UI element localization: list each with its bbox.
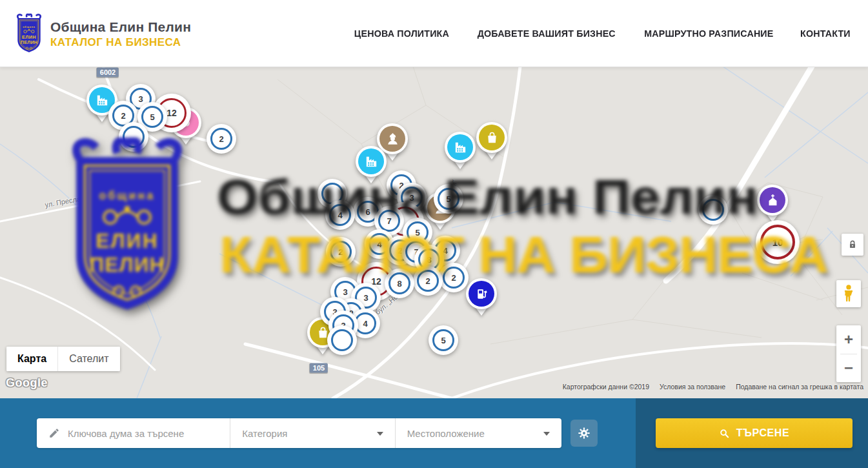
markers-layer: 321252235647542427822128338343510 (0, 66, 868, 398)
site-title: Община Елин Пелин (50, 19, 191, 35)
cluster-count: 5 (438, 188, 459, 210)
bag-icon (485, 130, 500, 145)
map-cluster[interactable] (327, 325, 357, 355)
map-type-map-button[interactable]: Карта (6, 347, 57, 371)
cluster-count: 2 (330, 241, 352, 263)
zoom-control: + − (836, 325, 861, 382)
location-select[interactable]: Местоположение (396, 418, 561, 448)
cluster-count (331, 329, 353, 351)
chevron-down-icon (377, 432, 383, 439)
map-pin-factory[interactable] (443, 132, 477, 173)
map-pin-fuel[interactable] (465, 278, 498, 320)
map-cluster[interactable]: 2 (207, 124, 236, 154)
cluster-count: 8 (389, 272, 410, 294)
factory-icon (453, 140, 468, 155)
main-nav: ЦЕНОВА ПОЛИТИКАДОБАВЕТЕ ВАШИЯТ БИЗНЕСМАР… (352, 0, 852, 66)
search-button-label: ТЪРСЕНЕ (736, 427, 790, 439)
gear-icon (577, 426, 591, 440)
pencil-icon (48, 427, 60, 439)
factory-icon (95, 93, 110, 108)
cluster-count: 2 (443, 267, 465, 289)
cluster-count: 4 (329, 204, 351, 226)
map-type-control: Карта Сателит (6, 347, 120, 371)
pin-head (476, 122, 507, 153)
map-cluster[interactable]: 5 (434, 184, 463, 214)
nav-item-3[interactable]: КОНТАКТИ (800, 28, 851, 39)
keyword-section (37, 418, 230, 448)
map-attribution: Картографски данни ©2019Условия за ползв… (563, 383, 863, 391)
site-subtitle: КАТАЛОГ НА БИЗНЕСА (50, 36, 191, 49)
worker-icon (385, 132, 400, 147)
chevron-down-icon (543, 432, 550, 439)
zoom-in-button[interactable]: + (836, 325, 861, 354)
search-input-group: Категория Местоположение (37, 418, 561, 448)
lock-icon (847, 239, 858, 250)
cluster-count: 2 (417, 270, 439, 292)
map-cluster[interactable]: 8 (385, 269, 414, 298)
category-select-label: Категория (242, 428, 287, 439)
map-cluster[interactable] (119, 122, 148, 152)
fuel-icon (474, 287, 489, 301)
header: Община Елин Пелин КАТАЛОГ НА БИЗНЕСА ЦЕН… (0, 0, 868, 67)
zoom-out-button[interactable]: − (836, 354, 861, 383)
map-pin-church[interactable] (756, 185, 789, 226)
search-icon (719, 428, 730, 439)
cluster-count: 7 (378, 210, 400, 232)
map-canvas[interactable]: 6002105 ул. Преславбул. „Новоселщи" 3212… (0, 66, 868, 398)
map-cluster[interactable]: 2 (439, 263, 469, 292)
location-select-label: Местоположение (407, 428, 485, 439)
pegman-icon (842, 284, 856, 303)
map-cluster[interactable] (698, 195, 728, 225)
pin-head (757, 185, 788, 216)
cluster-count: 2 (210, 128, 232, 150)
pegman-streetview-button[interactable] (836, 280, 861, 307)
map-cluster[interactable]: 5 (429, 325, 458, 355)
map-type-satellite-button[interactable]: Сателит (57, 347, 119, 371)
map-pin-bag[interactable] (475, 122, 509, 163)
lock-button[interactable] (842, 234, 863, 256)
attribution-item-0: Картографски данни ©2019 (563, 383, 649, 391)
map-cluster[interactable]: 4 (325, 200, 355, 230)
pin-head (466, 278, 497, 309)
map-pin-factory[interactable] (354, 146, 388, 187)
map-cluster[interactable]: 2 (326, 237, 356, 267)
factory-icon (364, 154, 379, 169)
category-select[interactable]: Категория (230, 418, 395, 448)
keyword-search-input[interactable] (66, 427, 230, 440)
municipality-crest-logo (13, 14, 45, 55)
search-bar: Категория Местоположение ТЪРСЕНЕ (0, 398, 868, 468)
attribution-item-1[interactable]: Условия за ползване (660, 383, 725, 391)
map-cluster[interactable]: 2 (413, 266, 443, 296)
cluster-count (123, 126, 145, 148)
cluster-count: 10 (760, 225, 795, 259)
nav-item-1[interactable]: ДОБАВЕТЕ ВАШИЯТ БИЗНЕС (478, 28, 616, 39)
church-icon (765, 193, 780, 208)
search-button[interactable]: ТЪРСЕНЕ (656, 418, 853, 448)
nav-item-0[interactable]: ЦЕНОВА ПОЛИТИКА (354, 28, 449, 39)
pin-head (445, 132, 476, 163)
advanced-settings-button[interactable] (570, 420, 598, 447)
site-logo[interactable]: Община Елин Пелин КАТАЛОГ НА БИЗНЕСА (13, 14, 191, 55)
cluster-count: 5 (432, 329, 454, 351)
nav-item-2[interactable]: МАРШРУТНО РАЗПИСАНИЕ (645, 28, 774, 39)
pin-head (356, 146, 387, 177)
google-logo[interactable]: Google (6, 376, 48, 390)
page: Община Елин Пелин КАТАЛОГ НА БИЗНЕСА ЦЕН… (0, 0, 868, 468)
cluster-count: 5 (141, 106, 163, 128)
cluster-count (702, 199, 724, 221)
attribution-item-2[interactable]: Подаване на сигнал за грешка в картата (736, 383, 863, 391)
map-cluster[interactable]: 10 (756, 220, 800, 264)
